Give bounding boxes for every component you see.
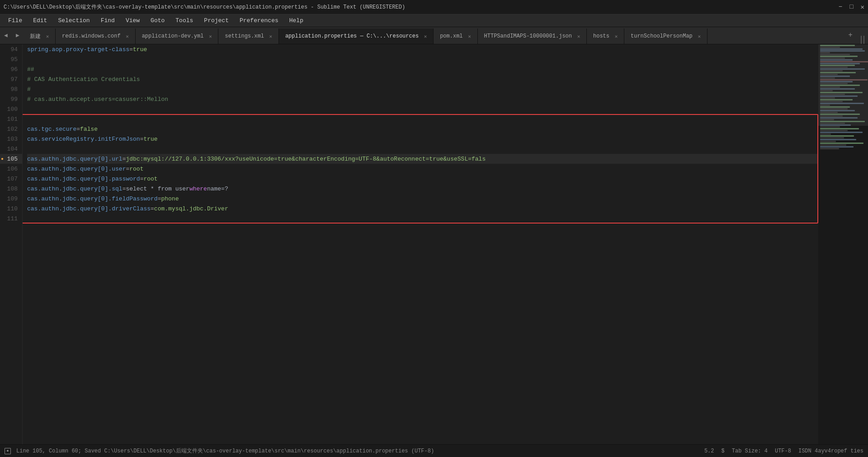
line-num-108: 108 — [0, 184, 22, 194]
tab-新建[interactable]: 新建 ✕ — [24, 29, 56, 44]
code-line-100 — [27, 104, 818, 114]
tab-close-app-dev[interactable]: ✕ — [207, 33, 213, 39]
menu-view[interactable]: View — [121, 16, 144, 25]
close-button[interactable]: ✕ — [861, 3, 864, 11]
code-text: = — [129, 46, 133, 53]
code-line-108: cas.authn.jdbc.query[0].sql=select * fro… — [27, 184, 818, 194]
code-text: = — [140, 176, 144, 182]
code-text: ## — [27, 66, 34, 73]
line-num-96: 96 — [0, 64, 22, 74]
tab-hosts[interactable]: hosts ✕ — [587, 29, 624, 44]
tab-close-app-props[interactable]: ✕ — [422, 33, 429, 39]
tab-label: pom.xml — [440, 33, 462, 39]
code-editor[interactable]: spring.aop.proxy-target-class=true ## # … — [23, 44, 818, 444]
menu-file[interactable]: File — [4, 16, 27, 25]
tab-close-turnschool[interactable]: ✕ — [696, 33, 703, 39]
code-line-111 — [27, 214, 818, 224]
tab-label: hosts — [593, 33, 609, 39]
code-line-95 — [27, 54, 818, 64]
minimap-viewport — [818, 44, 868, 126]
tab-label: HTTPSandIMAPS-10000001.json — [484, 33, 572, 39]
code-line-109: cas.authn.jdbc.query[0].fieldPassword=ph… — [27, 194, 818, 204]
line-num-102: 102 — [0, 124, 22, 134]
status-message: Line 105, Column 60; Saved C:\Users\DELL… — [16, 447, 434, 455]
tab-settings[interactable]: settings.xml ✕ — [218, 29, 278, 44]
line-num-95: 95 — [0, 54, 22, 64]
tab-redis[interactable]: redis.windows.conf ✕ — [56, 29, 136, 44]
tab-https[interactable]: HTTPSandIMAPS-10000001.json ✕ — [478, 29, 587, 44]
tab-turnschool[interactable]: turnSchoolPersonMap ✕ — [624, 29, 708, 44]
code-text: = — [140, 136, 144, 143]
line-num-109: 109 — [0, 194, 22, 204]
line-num-110: 110 — [0, 204, 22, 214]
code-line-102: cas.tgc.secure=false — [27, 124, 818, 134]
status-build: $ — [722, 448, 725, 454]
status-tab-size[interactable]: Tab Size: 4 — [732, 448, 768, 454]
minimap-line — [820, 133, 831, 135]
menu-edit[interactable]: Edit — [28, 16, 52, 25]
tab-bar: ◀ ▶ 新建 ✕ redis.windows.conf ✕ applicatio… — [0, 27, 868, 44]
code-text: cas.authn.jdbc.query[0].password — [27, 176, 140, 182]
maximize-button[interactable]: □ — [849, 3, 853, 11]
status-left: ● Line 105, Column 60; Saved C:\Users\DE… — [5, 447, 434, 455]
tab-close-hosts[interactable]: ✕ — [613, 33, 619, 39]
code-line-96: ## — [27, 64, 818, 74]
line-num-105: 105 — [0, 154, 22, 164]
status-encoding: UTF-8 — [775, 448, 791, 454]
new-tab-button[interactable]: + — [844, 27, 857, 44]
code-text: select * from user — [126, 186, 189, 192]
tab-next-button[interactable]: ▶ — [12, 27, 24, 44]
line-number-gutter: 94 95 96 97 98 99 100 101 102 103 104 10… — [0, 44, 23, 444]
code-text: phone — [161, 195, 179, 202]
minimap-line — [820, 144, 846, 146]
line-num-104: 104 — [0, 144, 22, 154]
tab-close-新建[interactable]: ✕ — [44, 33, 51, 39]
code-text: # CAS Authentication Credentials — [27, 76, 140, 83]
tab-label: settings.xml — [225, 33, 264, 39]
line-num-111: 111 — [0, 214, 22, 224]
menu-preferences[interactable]: Preferences — [235, 16, 283, 25]
menu-goto[interactable]: Goto — [146, 16, 169, 25]
code-text: cas.authn.jdbc.query[0].fieldPassword — [27, 195, 158, 202]
line-num-98: 98 — [0, 84, 22, 94]
menu-find[interactable]: Find — [96, 16, 119, 25]
tab-close-redis[interactable]: ✕ — [124, 33, 131, 39]
minimap-line — [820, 143, 863, 144]
title-bar-title: C:\Users\DELL\Desktop\后端文件夹\cas-overlay-… — [4, 3, 405, 11]
tab-bar-separator2 — [863, 36, 864, 44]
minimap-line — [820, 130, 848, 131]
tab-label: turnSchoolPersonMap — [631, 33, 693, 39]
menu-selection[interactable]: Selection — [53, 16, 94, 25]
minimap-line — [820, 148, 839, 149]
menu-help[interactable]: Help — [285, 16, 308, 25]
code-text: = — [76, 126, 80, 133]
tab-pom[interactable]: pom.xml ✕ — [434, 29, 477, 44]
minimap-line — [820, 132, 863, 133]
menu-tools[interactable]: Tools — [171, 16, 198, 25]
tab-prev-button[interactable]: ◀ — [0, 27, 12, 44]
tab-label: redis.windows.conf — [62, 33, 121, 39]
code-text: true — [133, 46, 147, 53]
code-line-94: spring.aop.proxy-target-class=true — [27, 44, 818, 54]
tab-application-properties[interactable]: application.properties — C:\...\resource… — [279, 29, 434, 44]
code-text: cas.tgc.secure — [27, 126, 76, 133]
code-text: spring.aop.proxy-target-class — [27, 46, 129, 53]
tab-close-https[interactable]: ✕ — [576, 33, 582, 39]
code-text: cas.authn.jdbc.query[0].driverClass — [27, 205, 151, 212]
window-controls[interactable]: − □ ✕ — [839, 3, 864, 11]
tab-bar-separator — [861, 36, 862, 44]
code-text: = — [123, 156, 126, 162]
code-text: cas.authn.jdbc.query[0].sql — [27, 186, 123, 192]
code-line-106: cas.authn.jdbc.query[0].user=root — [27, 164, 818, 174]
minimap-line — [820, 137, 844, 138]
tab-app-dev[interactable]: application-dev.yml ✕ — [136, 29, 219, 44]
menu-project[interactable]: Project — [199, 16, 233, 25]
line-num-103: 103 — [0, 134, 22, 144]
code-text: = — [123, 186, 126, 192]
line-num-107: 107 — [0, 174, 22, 184]
minimap-line — [820, 135, 854, 137]
tab-close-settings[interactable]: ✕ — [268, 33, 274, 39]
tab-close-pom[interactable]: ✕ — [467, 33, 473, 39]
minimize-button[interactable]: − — [839, 3, 842, 11]
code-text: where — [189, 186, 207, 192]
